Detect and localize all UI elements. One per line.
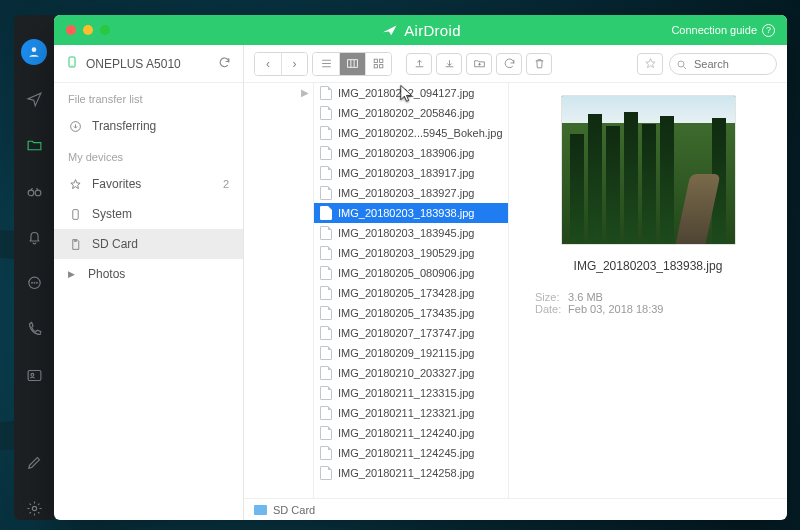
file-row[interactable]: IMG_20180202_094127.jpg bbox=[314, 83, 508, 103]
file-name: IMG_20180203_183906.jpg bbox=[338, 147, 474, 159]
file-icon bbox=[320, 166, 332, 180]
svg-point-5 bbox=[34, 282, 35, 283]
svg-rect-14 bbox=[348, 60, 358, 68]
bell-icon[interactable] bbox=[14, 225, 54, 249]
sidebar-item-photos[interactable]: ▶ Photos bbox=[54, 259, 243, 289]
connection-guide-link[interactable]: Connection guide ? bbox=[671, 24, 775, 37]
caret-right-icon: ▶ bbox=[68, 269, 78, 279]
statusbar-path: SD Card bbox=[273, 504, 315, 516]
delete-button[interactable] bbox=[526, 53, 552, 75]
file-name: IMG_20180205_173428.jpg bbox=[338, 287, 474, 299]
svg-point-6 bbox=[36, 282, 37, 283]
file-row[interactable]: IMG_20180205_173428.jpg bbox=[314, 283, 508, 303]
minimize-button[interactable] bbox=[83, 25, 93, 35]
contact-card-icon[interactable] bbox=[14, 363, 54, 387]
send-icon[interactable] bbox=[14, 87, 54, 111]
file-name: IMG_20180211_124245.jpg bbox=[338, 447, 474, 459]
file-list[interactable]: IMG_20180202_094127.jpgIMG_20180202_2058… bbox=[314, 83, 509, 498]
file-icon bbox=[320, 386, 332, 400]
folder-icon bbox=[254, 505, 267, 515]
sidebar-item-system[interactable]: System bbox=[54, 199, 243, 229]
device-header: ONEPLUS A5010 bbox=[54, 45, 243, 83]
profile-avatar[interactable] bbox=[21, 39, 47, 65]
sidebar-item-sdcard[interactable]: SD Card bbox=[54, 229, 243, 259]
file-name: IMG_20180205_080906.jpg bbox=[338, 267, 474, 279]
refresh-device-button[interactable] bbox=[218, 56, 231, 72]
file-icon bbox=[320, 306, 332, 320]
view-grid-button[interactable] bbox=[365, 53, 391, 75]
message-icon[interactable] bbox=[14, 271, 54, 295]
file-row[interactable]: IMG_20180203_190529.jpg bbox=[314, 243, 508, 263]
file-row[interactable]: IMG_20180203_183917.jpg bbox=[314, 163, 508, 183]
file-row[interactable]: IMG_20180205_080906.jpg bbox=[314, 263, 508, 283]
view-list-button[interactable] bbox=[313, 53, 339, 75]
file-row[interactable]: IMG_20180211_124245.jpg bbox=[314, 443, 508, 463]
new-folder-button[interactable] bbox=[466, 53, 492, 75]
svg-rect-15 bbox=[374, 59, 377, 62]
maximize-button[interactable] bbox=[100, 25, 110, 35]
toolbar: ‹ › bbox=[244, 45, 787, 83]
preview-date: Feb 03, 2018 18:39 bbox=[568, 303, 663, 315]
file-icon bbox=[320, 346, 332, 360]
download-button[interactable] bbox=[436, 53, 462, 75]
svg-point-9 bbox=[32, 506, 36, 510]
file-row[interactable]: IMG_20180202...5945_Bokeh.jpg bbox=[314, 123, 508, 143]
statusbar: SD Card bbox=[244, 498, 787, 520]
file-icon bbox=[320, 106, 332, 120]
file-name: IMG_20180211_123315.jpg bbox=[338, 387, 474, 399]
file-icon bbox=[320, 286, 332, 300]
file-name: IMG_20180211_123321.jpg bbox=[338, 407, 474, 419]
file-row[interactable]: IMG_20180202_205846.jpg bbox=[314, 103, 508, 123]
file-icon bbox=[320, 206, 332, 220]
file-row[interactable]: IMG_20180203_183906.jpg bbox=[314, 143, 508, 163]
sidebar: ONEPLUS A5010 File transfer list Transfe… bbox=[54, 45, 244, 520]
files-icon[interactable] bbox=[14, 133, 54, 157]
file-row[interactable]: IMG_20180211_123321.jpg bbox=[314, 403, 508, 423]
titlebar: AirDroid Connection guide ? bbox=[54, 15, 787, 45]
settings-icon[interactable] bbox=[14, 496, 54, 520]
file-row[interactable]: IMG_20180210_203327.jpg bbox=[314, 363, 508, 383]
binoculars-icon[interactable] bbox=[14, 179, 54, 203]
phone-icon[interactable] bbox=[14, 317, 54, 341]
svg-point-0 bbox=[32, 47, 37, 52]
app-name: AirDroid bbox=[404, 22, 461, 39]
file-name: IMG_20180211_124258.jpg bbox=[338, 467, 474, 479]
file-row[interactable]: IMG_20180209_192115.jpg bbox=[314, 343, 508, 363]
edit-icon[interactable] bbox=[14, 450, 54, 474]
sidebar-item-transferring[interactable]: Transferring bbox=[54, 111, 243, 141]
file-row[interactable]: IMG_20180211_124258.jpg bbox=[314, 463, 508, 483]
star-icon bbox=[68, 178, 82, 191]
file-icon bbox=[320, 246, 332, 260]
download-circle-icon bbox=[68, 120, 82, 133]
file-name: IMG_20180202_205846.jpg bbox=[338, 107, 474, 119]
sidebar-item-favorites[interactable]: Favorites 2 bbox=[54, 169, 243, 199]
view-segment bbox=[312, 52, 392, 76]
file-row[interactable]: IMG_20180203_183927.jpg bbox=[314, 183, 508, 203]
upload-button[interactable] bbox=[406, 53, 432, 75]
device-name: ONEPLUS A5010 bbox=[86, 57, 218, 71]
svg-rect-17 bbox=[374, 65, 377, 68]
favorite-button[interactable] bbox=[637, 53, 663, 75]
forward-button[interactable]: › bbox=[281, 53, 307, 75]
file-name: IMG_20180203_183917.jpg bbox=[338, 167, 474, 179]
view-columns-button[interactable] bbox=[339, 53, 365, 75]
svg-point-4 bbox=[31, 282, 32, 283]
file-row[interactable]: IMG_20180205_173435.jpg bbox=[314, 303, 508, 323]
back-button[interactable]: ‹ bbox=[255, 53, 281, 75]
app-window: AirDroid Connection guide ? ONEPLUS A501… bbox=[54, 15, 787, 520]
preview-size: 3.6 MB bbox=[568, 291, 603, 303]
preview-filename: IMG_20180203_183938.jpg bbox=[574, 259, 723, 273]
svg-point-11 bbox=[72, 65, 73, 66]
refresh-button[interactable] bbox=[496, 53, 522, 75]
nav-segment: ‹ › bbox=[254, 52, 308, 76]
file-row[interactable]: IMG_20180203_183938.jpg bbox=[314, 203, 508, 223]
file-row[interactable]: IMG_20180211_123315.jpg bbox=[314, 383, 508, 403]
file-row[interactable]: IMG_20180211_124240.jpg bbox=[314, 423, 508, 443]
file-row[interactable]: IMG_20180207_173747.jpg bbox=[314, 323, 508, 343]
caret-right-icon: ▶ bbox=[301, 87, 309, 98]
close-button[interactable] bbox=[66, 25, 76, 35]
file-name: IMG_20180207_173747.jpg bbox=[338, 327, 474, 339]
file-icon bbox=[320, 326, 332, 340]
file-row[interactable]: IMG_20180203_183945.jpg bbox=[314, 223, 508, 243]
file-name: IMG_20180203_183938.jpg bbox=[338, 207, 474, 219]
